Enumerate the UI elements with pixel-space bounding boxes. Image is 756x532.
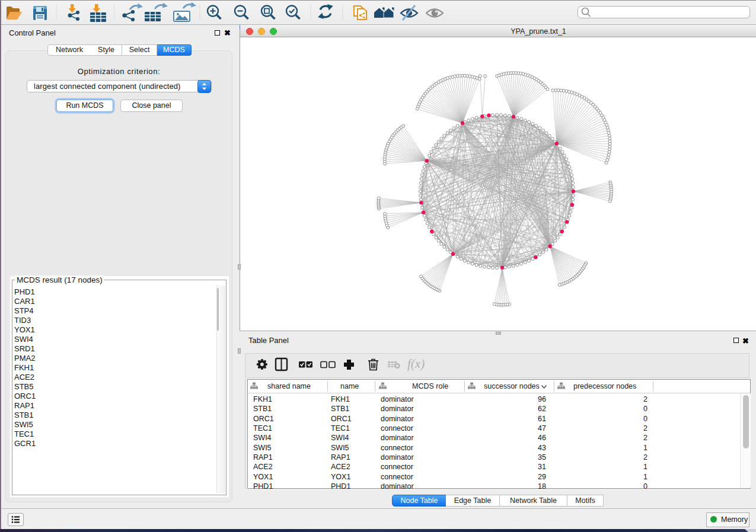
svg-text:f(x): f(x): [407, 357, 425, 371]
